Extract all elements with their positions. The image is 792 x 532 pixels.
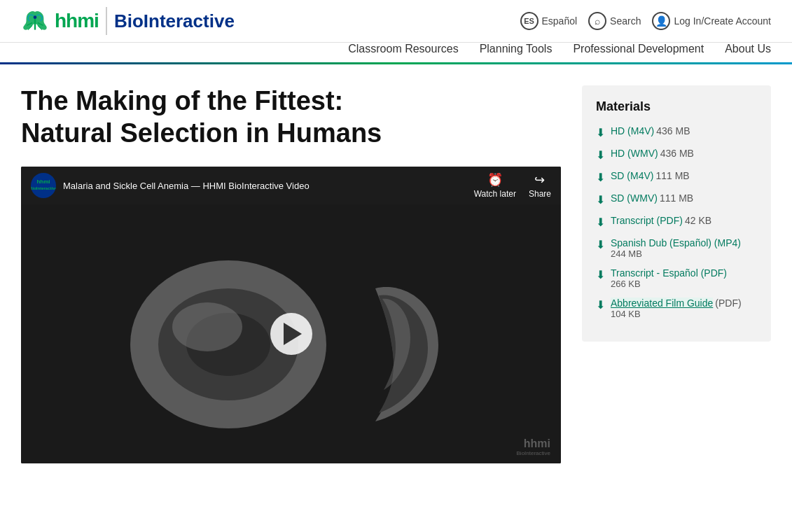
main-nav: Classroom Resources Planning Tools Profe…	[0, 43, 792, 62]
material-label-transcript-espanol: Transcript - Español (PDF)	[611, 267, 727, 279]
share-label: Share	[529, 189, 551, 199]
material-item-transcript-pdf[interactable]: ⬇ Transcript (PDF) 42 KB	[596, 215, 757, 229]
hhmi-logo-text: hhmiBioInteractive	[31, 179, 56, 192]
material-size-transcript-espanol: 266 KB	[611, 279, 727, 289]
page-title: The Making of the Fittest:Natural Select…	[21, 85, 561, 149]
video-top-bar: hhmiBioInteractive Malaria and Sickle Ce…	[21, 167, 561, 204]
material-line: Abbreviated Film Guide (PDF)	[611, 298, 742, 309]
materials-box: Materials ⬇ HD (M4V) 436 MB ⬇ HD (WMV) 4…	[582, 85, 771, 342]
language-button[interactable]: ES Español	[520, 12, 578, 30]
material-line: SD (M4V) 111 MB	[611, 170, 690, 181]
material-size-sd-m4v: 111 MB	[655, 170, 689, 181]
play-button[interactable]	[270, 313, 312, 355]
gecko-icon	[21, 9, 49, 34]
download-icon: ⬇	[596, 193, 605, 206]
material-label-sd-m4v: SD (M4V)	[611, 170, 653, 181]
header-left: hhmi BioInteractive	[21, 7, 235, 35]
material-line: HD (WMV) 436 MB	[611, 148, 694, 159]
material-label-sd-wmv: SD (WMV)	[611, 192, 658, 204]
video-thumbnail[interactable]: hhmi BioInteractive	[21, 204, 561, 463]
material-label-transcript: Transcript (PDF)	[611, 215, 683, 226]
share-icon: ↪	[534, 172, 545, 188]
material-item-film-guide[interactable]: ⬇ Abbreviated Film Guide (PDF) 104 KB	[596, 298, 757, 319]
svg-point-5	[172, 302, 242, 351]
account-label: Log In/Create Account	[674, 15, 771, 27]
video-watermark: hhmi BioInteractive	[517, 438, 550, 456]
material-size-hd-m4v: 436 MB	[656, 125, 690, 136]
header: hhmi BioInteractive ES Español ⌕ Search …	[0, 0, 792, 43]
download-icon: ⬇	[596, 126, 605, 139]
video-actions: ⏰ Watch later ↪ Share	[474, 172, 551, 199]
language-label: Español	[542, 15, 578, 27]
material-item-hd-m4v[interactable]: ⬇ HD (M4V) 436 MB	[596, 125, 757, 139]
download-icon: ⬇	[596, 171, 605, 184]
material-item-sd-wmv[interactable]: ⬇ SD (WMV) 111 MB	[596, 192, 757, 206]
language-circle-icon: ES	[520, 12, 539, 30]
download-icon: ⬇	[596, 148, 605, 162]
material-item-transcript-espanol[interactable]: ⬇ Transcript - Español (PDF) 266 KB	[596, 267, 757, 289]
material-line: Transcript - Español (PDF)	[611, 267, 727, 279]
material-size-film-guide: 104 KB	[611, 309, 742, 319]
video-container: hhmiBioInteractive Malaria and Sickle Ce…	[21, 167, 561, 463]
material-label-spanish-dub: Spanish Dub (Español) (MP4)	[611, 237, 741, 248]
material-line: Transcript (PDF) 42 KB	[611, 215, 711, 226]
video-title-bar: hhmiBioInteractive Malaria and Sickle Ce…	[31, 173, 310, 198]
material-size-hd-wmv: 436 MB	[660, 148, 694, 159]
material-line: Spanish Dub (Español) (MP4)	[611, 237, 741, 248]
material-suffix-film-guide: (PDF)	[715, 298, 741, 309]
search-label: Search	[610, 15, 641, 27]
svg-point-0	[34, 15, 37, 19]
account-button[interactable]: 👤 Log In/Create Account	[652, 12, 771, 30]
nav-planning-tools[interactable]: Planning Tools	[480, 43, 553, 55]
material-item-hd-wmv[interactable]: ⬇ HD (WMV) 436 MB	[596, 148, 757, 162]
material-multiline: Transcript - Español (PDF) 266 KB	[611, 267, 727, 289]
watch-later-label: Watch later	[474, 189, 516, 199]
search-button[interactable]: ⌕ Search	[588, 12, 641, 30]
material-label-hd-m4v: HD (M4V)	[611, 125, 654, 136]
hhmi-brand-text: hhmi	[55, 10, 99, 32]
materials-title: Materials	[596, 99, 757, 114]
material-size-transcript: 42 KB	[685, 215, 711, 226]
download-icon: ⬇	[596, 216, 605, 229]
material-label-hd-wmv: HD (WMV)	[611, 148, 658, 159]
hhmi-video-logo: hhmiBioInteractive	[31, 173, 56, 198]
search-icon: ⌕	[588, 12, 606, 30]
logo-divider	[106, 7, 107, 35]
video-title-text: Malaria and Sickle Cell Anemia — HHMI Bi…	[63, 181, 310, 191]
material-multiline: Spanish Dub (Español) (MP4) 244 MB	[611, 237, 741, 259]
top-nav-right: ES Español ⌕ Search 👤 Log In/Create Acco…	[520, 12, 772, 30]
nav-about-us[interactable]: About Us	[725, 43, 771, 55]
download-icon: ⬇	[596, 238, 605, 251]
material-line: SD (WMV) 111 MB	[611, 192, 693, 204]
account-icon: 👤	[652, 12, 670, 30]
page-content: The Making of the Fittest:Natural Select…	[0, 64, 792, 484]
main-area: The Making of the Fittest:Natural Select…	[21, 85, 561, 463]
material-item-sd-m4v[interactable]: ⬇ SD (M4V) 111 MB	[596, 170, 757, 184]
hhmi-logo[interactable]: hhmi	[21, 9, 99, 34]
download-icon: ⬇	[596, 268, 605, 281]
material-size-spanish-dub: 244 MB	[611, 248, 741, 259]
sidebar: Materials ⬇ HD (M4V) 436 MB ⬇ HD (WMV) 4…	[582, 85, 771, 463]
download-icon: ⬇	[596, 298, 605, 312]
share-button[interactable]: ↪ Share	[529, 172, 551, 199]
play-triangle-icon	[284, 323, 302, 345]
material-size-sd-wmv: 111 MB	[660, 192, 693, 204]
material-multiline: Abbreviated Film Guide (PDF) 104 KB	[611, 298, 742, 319]
clock-icon: ⏰	[487, 172, 503, 188]
nav-professional-development[interactable]: Professional Development	[573, 43, 704, 55]
nav-classroom-resources[interactable]: Classroom Resources	[348, 43, 458, 55]
material-label-film-guide: Abbreviated Film Guide	[611, 298, 713, 309]
material-line: HD (M4V) 436 MB	[611, 125, 690, 136]
material-item-spanish-dub[interactable]: ⬇ Spanish Dub (Español) (MP4) 244 MB	[596, 237, 757, 259]
watch-later-button[interactable]: ⏰ Watch later	[474, 172, 516, 199]
biointeractive-brand-text: BioInteractive	[114, 10, 235, 32]
